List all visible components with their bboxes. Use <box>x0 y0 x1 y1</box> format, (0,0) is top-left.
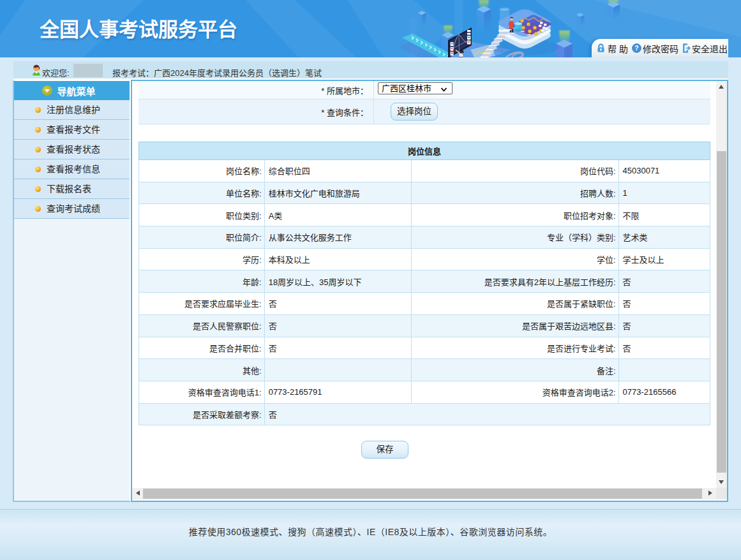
svg-text:?: ? <box>634 45 638 52</box>
